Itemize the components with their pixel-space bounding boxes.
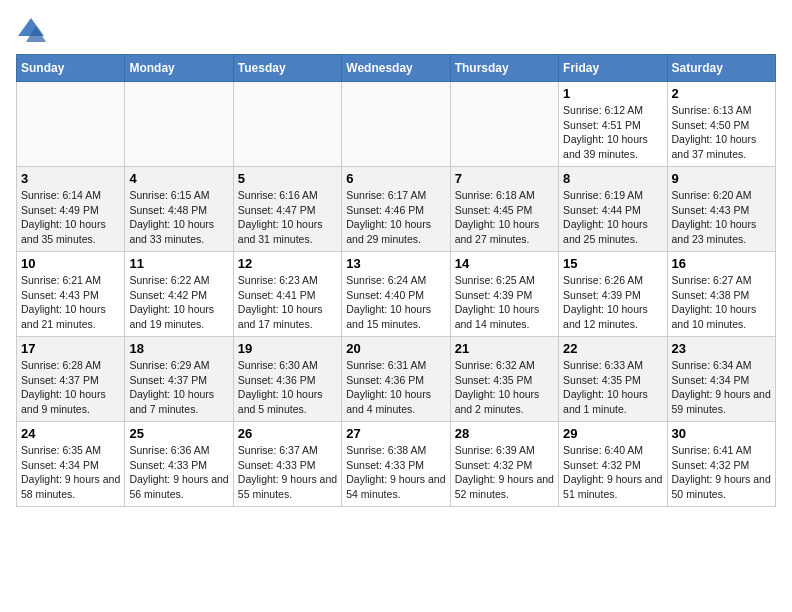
day-info: Sunrise: 6:26 AM Sunset: 4:39 PM Dayligh… — [563, 273, 662, 332]
calendar-day-cell: 25Sunrise: 6:36 AM Sunset: 4:33 PM Dayli… — [125, 422, 233, 507]
day-number: 14 — [455, 256, 554, 271]
calendar-day-cell: 5Sunrise: 6:16 AM Sunset: 4:47 PM Daylig… — [233, 167, 341, 252]
day-number: 15 — [563, 256, 662, 271]
calendar-day-cell — [450, 82, 558, 167]
day-info: Sunrise: 6:33 AM Sunset: 4:35 PM Dayligh… — [563, 358, 662, 417]
calendar-day-cell: 30Sunrise: 6:41 AM Sunset: 4:32 PM Dayli… — [667, 422, 775, 507]
day-number: 21 — [455, 341, 554, 356]
day-info: Sunrise: 6:37 AM Sunset: 4:33 PM Dayligh… — [238, 443, 337, 502]
day-info: Sunrise: 6:24 AM Sunset: 4:40 PM Dayligh… — [346, 273, 445, 332]
day-info: Sunrise: 6:19 AM Sunset: 4:44 PM Dayligh… — [563, 188, 662, 247]
calendar-day-cell — [125, 82, 233, 167]
day-number: 30 — [672, 426, 771, 441]
day-number: 2 — [672, 86, 771, 101]
day-number: 4 — [129, 171, 228, 186]
calendar-day-cell: 12Sunrise: 6:23 AM Sunset: 4:41 PM Dayli… — [233, 252, 341, 337]
day-info: Sunrise: 6:23 AM Sunset: 4:41 PM Dayligh… — [238, 273, 337, 332]
calendar-week-row: 1Sunrise: 6:12 AM Sunset: 4:51 PM Daylig… — [17, 82, 776, 167]
day-info: Sunrise: 6:16 AM Sunset: 4:47 PM Dayligh… — [238, 188, 337, 247]
day-number: 6 — [346, 171, 445, 186]
calendar-day-cell: 15Sunrise: 6:26 AM Sunset: 4:39 PM Dayli… — [559, 252, 667, 337]
calendar-table: SundayMondayTuesdayWednesdayThursdayFrid… — [16, 54, 776, 507]
day-info: Sunrise: 6:30 AM Sunset: 4:36 PM Dayligh… — [238, 358, 337, 417]
day-number: 13 — [346, 256, 445, 271]
calendar-day-cell: 9Sunrise: 6:20 AM Sunset: 4:43 PM Daylig… — [667, 167, 775, 252]
calendar-week-row: 3Sunrise: 6:14 AM Sunset: 4:49 PM Daylig… — [17, 167, 776, 252]
day-info: Sunrise: 6:12 AM Sunset: 4:51 PM Dayligh… — [563, 103, 662, 162]
weekday-header: Wednesday — [342, 55, 450, 82]
calendar-week-row: 24Sunrise: 6:35 AM Sunset: 4:34 PM Dayli… — [17, 422, 776, 507]
day-info: Sunrise: 6:14 AM Sunset: 4:49 PM Dayligh… — [21, 188, 120, 247]
day-number: 11 — [129, 256, 228, 271]
calendar-day-cell: 2Sunrise: 6:13 AM Sunset: 4:50 PM Daylig… — [667, 82, 775, 167]
day-number: 9 — [672, 171, 771, 186]
day-number: 16 — [672, 256, 771, 271]
weekday-header: Friday — [559, 55, 667, 82]
day-number: 17 — [21, 341, 120, 356]
calendar-day-cell: 7Sunrise: 6:18 AM Sunset: 4:45 PM Daylig… — [450, 167, 558, 252]
logo — [16, 16, 50, 46]
day-number: 22 — [563, 341, 662, 356]
calendar-day-cell — [17, 82, 125, 167]
calendar-day-cell: 4Sunrise: 6:15 AM Sunset: 4:48 PM Daylig… — [125, 167, 233, 252]
weekday-header: Saturday — [667, 55, 775, 82]
calendar-week-row: 10Sunrise: 6:21 AM Sunset: 4:43 PM Dayli… — [17, 252, 776, 337]
day-info: Sunrise: 6:17 AM Sunset: 4:46 PM Dayligh… — [346, 188, 445, 247]
day-info: Sunrise: 6:27 AM Sunset: 4:38 PM Dayligh… — [672, 273, 771, 332]
day-info: Sunrise: 6:22 AM Sunset: 4:42 PM Dayligh… — [129, 273, 228, 332]
day-number: 5 — [238, 171, 337, 186]
day-info: Sunrise: 6:15 AM Sunset: 4:48 PM Dayligh… — [129, 188, 228, 247]
day-info: Sunrise: 6:41 AM Sunset: 4:32 PM Dayligh… — [672, 443, 771, 502]
calendar-day-cell: 17Sunrise: 6:28 AM Sunset: 4:37 PM Dayli… — [17, 337, 125, 422]
weekday-header: Monday — [125, 55, 233, 82]
day-number: 18 — [129, 341, 228, 356]
calendar-day-cell: 19Sunrise: 6:30 AM Sunset: 4:36 PM Dayli… — [233, 337, 341, 422]
day-number: 3 — [21, 171, 120, 186]
calendar-day-cell: 6Sunrise: 6:17 AM Sunset: 4:46 PM Daylig… — [342, 167, 450, 252]
day-number: 24 — [21, 426, 120, 441]
calendar-day-cell: 29Sunrise: 6:40 AM Sunset: 4:32 PM Dayli… — [559, 422, 667, 507]
day-number: 27 — [346, 426, 445, 441]
calendar-day-cell: 18Sunrise: 6:29 AM Sunset: 4:37 PM Dayli… — [125, 337, 233, 422]
day-number: 28 — [455, 426, 554, 441]
day-number: 7 — [455, 171, 554, 186]
logo-icon — [16, 16, 46, 46]
calendar-day-cell: 10Sunrise: 6:21 AM Sunset: 4:43 PM Dayli… — [17, 252, 125, 337]
calendar-day-cell: 28Sunrise: 6:39 AM Sunset: 4:32 PM Dayli… — [450, 422, 558, 507]
day-number: 12 — [238, 256, 337, 271]
calendar-day-cell: 24Sunrise: 6:35 AM Sunset: 4:34 PM Dayli… — [17, 422, 125, 507]
day-info: Sunrise: 6:38 AM Sunset: 4:33 PM Dayligh… — [346, 443, 445, 502]
day-info: Sunrise: 6:29 AM Sunset: 4:37 PM Dayligh… — [129, 358, 228, 417]
calendar-day-cell: 13Sunrise: 6:24 AM Sunset: 4:40 PM Dayli… — [342, 252, 450, 337]
weekday-header: Sunday — [17, 55, 125, 82]
day-number: 19 — [238, 341, 337, 356]
day-info: Sunrise: 6:13 AM Sunset: 4:50 PM Dayligh… — [672, 103, 771, 162]
weekday-header: Thursday — [450, 55, 558, 82]
day-number: 20 — [346, 341, 445, 356]
calendar-day-cell: 22Sunrise: 6:33 AM Sunset: 4:35 PM Dayli… — [559, 337, 667, 422]
day-info: Sunrise: 6:32 AM Sunset: 4:35 PM Dayligh… — [455, 358, 554, 417]
calendar-day-cell: 14Sunrise: 6:25 AM Sunset: 4:39 PM Dayli… — [450, 252, 558, 337]
day-info: Sunrise: 6:36 AM Sunset: 4:33 PM Dayligh… — [129, 443, 228, 502]
day-info: Sunrise: 6:21 AM Sunset: 4:43 PM Dayligh… — [21, 273, 120, 332]
day-number: 26 — [238, 426, 337, 441]
weekday-header-row: SundayMondayTuesdayWednesdayThursdayFrid… — [17, 55, 776, 82]
calendar-day-cell — [233, 82, 341, 167]
day-number: 1 — [563, 86, 662, 101]
day-number: 8 — [563, 171, 662, 186]
calendar-week-row: 17Sunrise: 6:28 AM Sunset: 4:37 PM Dayli… — [17, 337, 776, 422]
day-info: Sunrise: 6:35 AM Sunset: 4:34 PM Dayligh… — [21, 443, 120, 502]
calendar-day-cell: 26Sunrise: 6:37 AM Sunset: 4:33 PM Dayli… — [233, 422, 341, 507]
calendar-day-cell: 3Sunrise: 6:14 AM Sunset: 4:49 PM Daylig… — [17, 167, 125, 252]
page-header — [16, 16, 776, 46]
calendar-day-cell: 11Sunrise: 6:22 AM Sunset: 4:42 PM Dayli… — [125, 252, 233, 337]
calendar-day-cell: 20Sunrise: 6:31 AM Sunset: 4:36 PM Dayli… — [342, 337, 450, 422]
day-info: Sunrise: 6:40 AM Sunset: 4:32 PM Dayligh… — [563, 443, 662, 502]
day-info: Sunrise: 6:31 AM Sunset: 4:36 PM Dayligh… — [346, 358, 445, 417]
calendar-day-cell: 27Sunrise: 6:38 AM Sunset: 4:33 PM Dayli… — [342, 422, 450, 507]
day-info: Sunrise: 6:18 AM Sunset: 4:45 PM Dayligh… — [455, 188, 554, 247]
day-number: 23 — [672, 341, 771, 356]
calendar-day-cell: 23Sunrise: 6:34 AM Sunset: 4:34 PM Dayli… — [667, 337, 775, 422]
day-info: Sunrise: 6:34 AM Sunset: 4:34 PM Dayligh… — [672, 358, 771, 417]
day-info: Sunrise: 6:28 AM Sunset: 4:37 PM Dayligh… — [21, 358, 120, 417]
